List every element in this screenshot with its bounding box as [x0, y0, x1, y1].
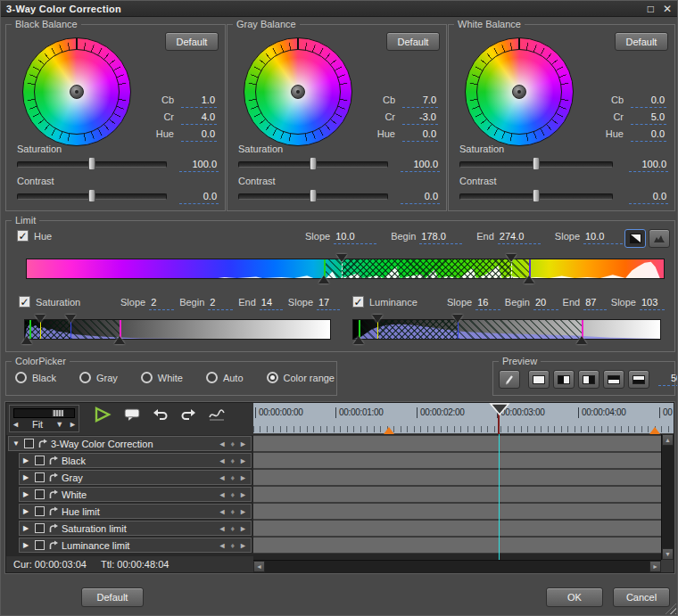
luminance-slope-right-handle[interactable]: [576, 336, 587, 344]
playhead-line-ruler[interactable]: [498, 414, 500, 434]
next-keyframe-icon[interactable]: ►: [239, 473, 247, 482]
hue-limit-strip[interactable]: [26, 259, 665, 279]
fit-dropdown-icon[interactable]: ▼: [55, 420, 63, 429]
cr-field[interactable]: -3.0: [402, 111, 438, 125]
vertical-scrollbar[interactable]: ▲ ▼: [661, 434, 674, 560]
slope-field[interactable]: 2: [149, 297, 174, 310]
track-lane[interactable]: [253, 486, 661, 503]
curve-button[interactable]: [208, 407, 226, 422]
luminance-limit-checkbox[interactable]: ✓: [352, 296, 364, 308]
cb-field[interactable]: 1.0: [181, 94, 217, 108]
track-checkbox[interactable]: [35, 489, 45, 499]
track-lane[interactable]: [253, 452, 661, 469]
radio-color-range[interactable]: Color range: [267, 372, 335, 383]
cb-field[interactable]: 7.0: [402, 94, 438, 108]
hue-end-handle[interactable]: [506, 254, 517, 262]
next-keyframe-icon[interactable]: ►: [239, 507, 247, 516]
radio-icon[interactable]: [141, 372, 153, 383]
radio-icon[interactable]: [206, 372, 218, 383]
scroll-right-button[interactable]: ►: [649, 561, 661, 572]
radio-white[interactable]: White: [141, 372, 183, 383]
expander-closed-icon[interactable]: ▶: [23, 473, 31, 481]
close-icon[interactable]: ✕: [663, 4, 672, 14]
track-row-saturation-limit[interactable]: ▶ Saturation limit ◄♦►: [19, 521, 252, 536]
draw-mask-button[interactable]: [499, 370, 520, 389]
timeline-zoom-slider[interactable]: [13, 408, 75, 418]
saturation-begin-marker[interactable]: [40, 320, 41, 339]
track-lane[interactable]: [253, 537, 661, 554]
timeline-ruler[interactable]: 00:00:00:00 00:00:01:00 00:00:02:00 00:0…: [253, 403, 674, 434]
reset-arrow-icon[interactable]: [48, 472, 58, 482]
maximize-icon[interactable]: □: [648, 4, 654, 14]
saturation-end-handle[interactable]: [65, 315, 76, 323]
hue-pointer[interactable]: [76, 38, 78, 49]
slope-field[interactable]: 10.0: [334, 231, 376, 244]
track-checkbox[interactable]: [35, 523, 45, 533]
radio-gray[interactable]: Gray: [79, 372, 118, 383]
slider-handle[interactable]: [310, 189, 317, 202]
prev-keyframe-icon[interactable]: ◄: [219, 524, 227, 533]
next-keyframe-icon[interactable]: ►: [239, 456, 247, 465]
horizontal-scrollbar[interactable]: ◄ ►: [253, 560, 661, 572]
track-lane[interactable]: [253, 503, 661, 520]
luminance-slope-left-handle[interactable]: [353, 336, 364, 344]
next-keyframe-icon[interactable]: ►: [239, 524, 247, 533]
hue-limit-checkbox[interactable]: ✓: [17, 230, 29, 242]
preview-full-button[interactable]: [528, 370, 550, 389]
ok-button[interactable]: OK: [546, 587, 603, 607]
scroll-left-button[interactable]: ◄: [253, 561, 265, 572]
slider-handle[interactable]: [88, 189, 95, 202]
radio-icon[interactable]: [79, 372, 91, 383]
slope-field[interactable]: 17: [317, 297, 340, 310]
track-checkbox[interactable]: [35, 456, 45, 465]
end-field[interactable]: 87: [583, 297, 607, 310]
contrast-slider[interactable]: [17, 189, 167, 202]
expander-open-icon[interactable]: ▼: [12, 439, 21, 448]
saturation-begin-handle[interactable]: [35, 315, 45, 323]
hue-slope-left-handle[interactable]: [318, 275, 329, 283]
preview-zoom-field[interactable]: 50%: [658, 373, 678, 386]
saturation-field[interactable]: 100.0: [179, 159, 219, 172]
next-keyframe-icon[interactable]: ►: [239, 490, 247, 499]
white-balance-wheel[interactable]: [465, 37, 574, 146]
fit-label[interactable]: Fit: [20, 419, 55, 430]
track-row-gray[interactable]: ▶ Gray ◄♦►: [19, 470, 252, 485]
saturation-limit-strip[interactable]: [24, 319, 331, 340]
slope-field[interactable]: 10.0: [583, 231, 623, 244]
white-default-button[interactable]: Default: [615, 32, 668, 51]
black-balance-wheel[interactable]: [22, 37, 131, 146]
titlebar[interactable]: 3-Way Color Correction □ ✕: [1, 1, 677, 17]
scroll-up-button[interactable]: ▲: [662, 434, 674, 446]
next-keyframe-icon[interactable]: ►: [239, 439, 247, 448]
prev-keyframe-icon[interactable]: ◄: [219, 490, 227, 499]
track-checkbox[interactable]: [35, 472, 45, 482]
track-row-white[interactable]: ▶ White ◄♦►: [19, 487, 252, 502]
saturation-slider[interactable]: [17, 157, 167, 170]
begin-field[interactable]: 178.0: [419, 231, 462, 244]
luminance-begin-handle[interactable]: [372, 315, 383, 323]
expander-closed-icon[interactable]: ▶: [23, 541, 31, 549]
contrast-field[interactable]: 0.0: [179, 191, 219, 204]
saturation-slope-left-handle[interactable]: [21, 336, 32, 344]
playhead-handle[interactable]: [489, 403, 510, 415]
expander-closed-icon[interactable]: ▶: [23, 524, 31, 532]
gray-balance-wheel[interactable]: [244, 37, 352, 146]
timeline-zoom-control[interactable]: ◄ Fit ▼ ►: [9, 405, 79, 432]
add-keyframe-icon[interactable]: ♦: [230, 507, 235, 516]
reset-arrow-icon[interactable]: [48, 540, 58, 550]
hue-pointer[interactable]: [518, 38, 520, 49]
scroll-down-button[interactable]: ▼: [662, 548, 674, 560]
luminance-limit-strip[interactable]: [352, 319, 661, 340]
hue-begin-marker[interactable]: [342, 259, 343, 278]
hue-slope-right-handle[interactable]: [524, 275, 534, 283]
reset-arrow-icon[interactable]: [48, 523, 58, 533]
comment-button[interactable]: [123, 407, 141, 422]
histogram-display-button[interactable]: [649, 229, 670, 248]
saturation-slope-right-handle[interactable]: [114, 336, 125, 344]
hue-field[interactable]: 0.0: [181, 128, 217, 142]
cancel-button[interactable]: Cancel: [613, 587, 670, 607]
add-keyframe-icon[interactable]: ♦: [230, 490, 235, 499]
preview-split-top-button[interactable]: [603, 370, 624, 389]
saturation-limit-checkbox[interactable]: ✓: [19, 296, 30, 308]
next-keyframe-icon[interactable]: ►: [239, 541, 247, 550]
